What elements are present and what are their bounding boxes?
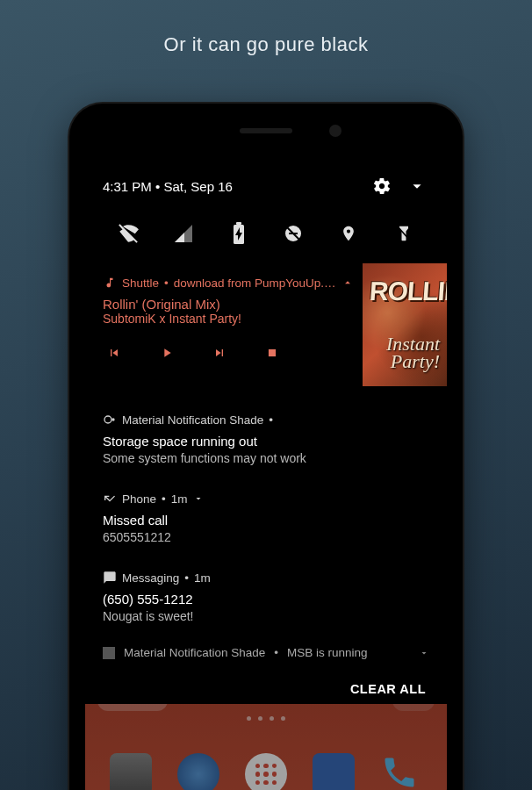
music-app-label: Shuttle <box>122 276 159 290</box>
clear-all-row: CLEAR ALL <box>85 668 447 710</box>
running-text: MSB is running <box>287 646 368 659</box>
expand-icon[interactable] <box>419 648 429 658</box>
expand-icon[interactable] <box>193 493 204 504</box>
front-sensor <box>329 125 341 137</box>
svg-point-5 <box>104 416 111 423</box>
svg-point-6 <box>111 418 114 420</box>
alert-icon <box>103 413 117 427</box>
location-icon[interactable] <box>336 221 361 246</box>
phone-app-label: Phone <box>122 492 156 506</box>
dock-browser-icon[interactable] <box>177 753 219 790</box>
phone-frame: 4:31 PM • Sat, Sep 16 <box>69 104 463 790</box>
music-track-title: Rollin' (Original Mix) <box>103 297 354 312</box>
dnd-off-icon[interactable] <box>281 221 306 246</box>
music-note-icon <box>103 276 117 290</box>
expand-button[interactable] <box>405 174 429 198</box>
message-icon <box>103 571 117 585</box>
status-time-date: 4:31 PM • Sat, Sep 16 <box>103 179 359 194</box>
speaker-grille <box>240 128 292 133</box>
signal-icon[interactable] <box>171 221 196 246</box>
storage-notification[interactable]: Material Notification Shade • Storage sp… <box>85 400 447 479</box>
svg-rect-1 <box>236 222 241 225</box>
missed-call-title: Missed call <box>103 513 429 528</box>
messaging-time-label: 1m <box>194 571 211 585</box>
clear-all-button[interactable]: CLEAR ALL <box>350 682 426 696</box>
dock-apps-icon[interactable] <box>245 753 287 790</box>
notification-shade: 4:31 PM • Sat, Sep 16 <box>85 158 447 704</box>
missed-call-number: 6505551212 <box>103 530 429 544</box>
flashlight-off-icon[interactable] <box>392 221 416 246</box>
running-notification[interactable]: Material Notification Shade • MSB is run… <box>85 637 447 668</box>
storage-app-label: Material Notification Shade <box>122 413 263 427</box>
messaging-body: Nougat is sweet! <box>103 609 429 623</box>
wifi-off-icon[interactable] <box>116 221 140 246</box>
dock-phone-icon[interactable] <box>380 753 422 790</box>
quick-settings-row <box>85 211 447 263</box>
page-indicator <box>247 716 285 721</box>
promo-caption: Or it can go pure black <box>0 0 532 56</box>
stop-button[interactable] <box>264 345 280 361</box>
phone-time-label: 1m <box>171 492 188 506</box>
music-notif-header: Shuttle • download from PumpYouUp.… <box>103 276 354 290</box>
shade-header: 4:31 PM • Sat, Sep 16 <box>85 158 447 211</box>
dock-camera-icon[interactable] <box>110 753 152 790</box>
app-icon-placeholder <box>103 647 115 659</box>
collapse-icon[interactable] <box>341 276 354 289</box>
storage-title: Storage space running out <box>103 434 429 449</box>
phone-notif-header: Phone • 1m <box>103 492 429 506</box>
storage-notif-header: Material Notification Shade • <box>103 413 429 427</box>
messaging-app-label: Messaging <box>122 571 179 585</box>
missed-call-icon <box>103 492 117 506</box>
settings-button[interactable] <box>370 174 394 198</box>
previous-button[interactable] <box>106 345 122 361</box>
messaging-notification[interactable]: Messaging • 1m (650) 555-1212 Nougat is … <box>85 558 447 637</box>
battery-charging-icon[interactable] <box>226 221 251 246</box>
album-art: ROLLIN Instant Party! <box>363 263 447 386</box>
dock-contacts-icon[interactable] <box>313 753 355 790</box>
music-artist: SubtomiK x Instant Party! <box>103 312 354 326</box>
running-app-label: Material Notification Shade <box>124 646 265 659</box>
music-source-label: download from PumpYouUp.… <box>174 276 336 290</box>
music-notification[interactable]: Shuttle • download from PumpYouUp.… Roll… <box>85 263 447 400</box>
messaging-from: (650) 555-1212 <box>103 592 429 607</box>
screen: 4:31 PM • Sat, Sep 16 <box>85 158 447 790</box>
media-controls <box>103 345 354 361</box>
next-button[interactable] <box>212 345 227 361</box>
messaging-notif-header: Messaging • 1m <box>103 571 429 585</box>
play-button[interactable] <box>159 345 175 361</box>
phone-notification[interactable]: Phone • 1m Missed call 6505551212 <box>85 479 447 558</box>
svg-rect-4 <box>269 349 276 356</box>
storage-sub: Some system functions may not work <box>103 451 429 465</box>
